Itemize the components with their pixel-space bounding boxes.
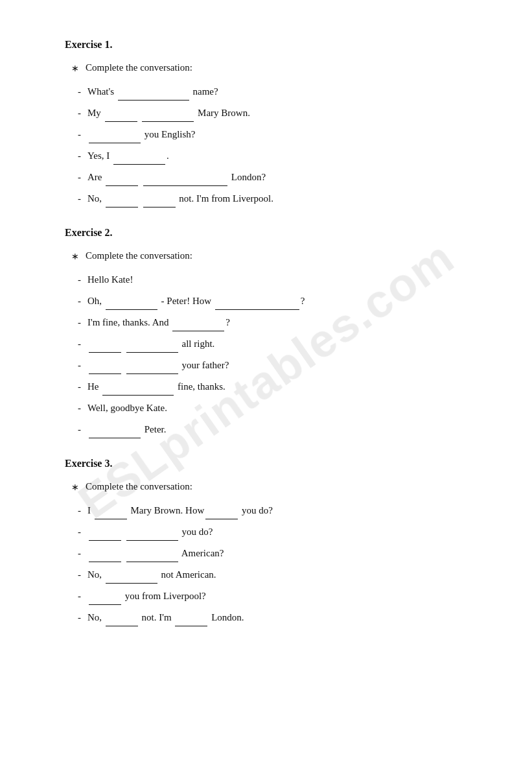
table-row: - I'm fine, thanks. And ? (78, 314, 480, 331)
instruction-text-3: Complete the conversation: (86, 481, 192, 492)
table-row: - I Mary Brown. How you do? (78, 502, 480, 519)
blank (126, 364, 178, 374)
exercise-3-conversation: - I Mary Brown. How you do? - you do? - … (78, 502, 480, 626)
dash: - (78, 545, 81, 562)
table-row: - American? (78, 545, 480, 562)
table-row: - My Mary Brown. (78, 104, 480, 122)
blank (215, 300, 299, 310)
dash: - (78, 567, 81, 584)
exercise-1-instruction: ∗ Complete the conversation: (71, 62, 480, 74)
table-row: - all right. (78, 335, 480, 353)
table-row: - you do? (78, 523, 480, 541)
exercise-1: Exercise 1. ∗ Complete the conversation:… (65, 39, 480, 207)
blank (172, 322, 224, 331)
line-content: Oh, - Peter! How ? (87, 292, 305, 310)
line-content: No, not. I'm from Liverpool. (87, 190, 273, 207)
line-content: Peter. (87, 421, 167, 438)
dash: - (78, 400, 81, 417)
blank (102, 386, 174, 396)
blank (205, 510, 238, 519)
dash: - (78, 314, 81, 331)
dash: - (78, 272, 81, 289)
dash: - (78, 503, 81, 519)
dash: - (78, 169, 81, 186)
table-row: - Peter. (78, 421, 480, 438)
blank (105, 112, 137, 122)
line-content: all right. (87, 335, 214, 353)
blank (106, 198, 138, 207)
blank (106, 176, 138, 186)
line-content: you English? (87, 126, 196, 143)
page-content: Exercise 1. ∗ Complete the conversation:… (65, 39, 480, 626)
dash: - (78, 357, 81, 374)
blank (106, 300, 157, 310)
instruction-star-3: ∗ (71, 482, 79, 493)
blank (89, 552, 121, 562)
line-content: No, not. I'm London. (87, 609, 244, 626)
line-content: Well, goodbye Kate. (87, 399, 167, 417)
blank (113, 155, 165, 165)
blank (126, 552, 178, 562)
blank (89, 134, 141, 143)
exercise-2-conversation: - Hello Kate! - Oh, - Peter! How ? - I'm… (78, 271, 480, 438)
dash: - (78, 126, 81, 143)
instruction-star-2: ∗ (71, 251, 79, 262)
instruction-text-2: Complete the conversation: (86, 250, 192, 261)
blank (89, 343, 121, 353)
table-row: - Well, goodbye Kate. (78, 399, 480, 417)
line-content: My Mary Brown. (87, 104, 250, 122)
dash: - (78, 293, 81, 310)
exercise-1-title: Exercise 1. (65, 39, 480, 51)
blank (143, 198, 176, 207)
blank (126, 531, 178, 541)
table-row: - What's name? (78, 83, 480, 101)
instruction-text-1: Complete the conversation: (86, 62, 192, 73)
table-row: - No, not. I'm London. (78, 609, 480, 626)
exercise-2-instruction: ∗ Complete the conversation: (71, 250, 480, 262)
dash: - (78, 421, 81, 438)
exercise-2-title: Exercise 2. (65, 227, 480, 239)
blank (106, 574, 157, 584)
exercise-3-instruction: ∗ Complete the conversation: (71, 481, 480, 493)
blank (89, 531, 121, 541)
line-content: He fine, thanks. (87, 378, 226, 396)
table-row: - you English? (78, 126, 480, 143)
table-row: - He fine, thanks. (78, 378, 480, 396)
exercise-1-conversation: - What's name? - My Mary Brown. - you En… (78, 83, 480, 207)
line-content: Yes, I . (87, 147, 169, 165)
line-content: you do? (87, 523, 213, 541)
table-row: - Yes, I . (78, 147, 480, 165)
instruction-star-1: ∗ (71, 63, 79, 74)
line-content: I Mary Brown. How you do? (87, 502, 273, 519)
table-row: - you from Liverpool? (78, 587, 480, 605)
line-content: What's name? (87, 83, 218, 101)
line-content: American? (87, 545, 224, 562)
dash: - (78, 610, 81, 626)
dash: - (78, 105, 81, 122)
table-row: - No, not American. (78, 566, 480, 584)
exercise-2: Exercise 2. ∗ Complete the conversation:… (65, 227, 480, 438)
dash: - (78, 84, 81, 101)
blank (143, 176, 227, 186)
table-row: - No, not. I'm from Liverpool. (78, 190, 480, 207)
table-row: - Are London? (78, 169, 480, 186)
blank (89, 364, 121, 374)
blank (106, 617, 138, 626)
table-row: - Hello Kate! (78, 271, 480, 289)
dash: - (78, 379, 81, 396)
table-row: - Oh, - Peter! How ? (78, 292, 480, 310)
blank (142, 112, 194, 122)
dash: - (78, 524, 81, 541)
blank (95, 510, 127, 519)
blank (89, 595, 121, 605)
exercise-3: Exercise 3. ∗ Complete the conversation:… (65, 458, 480, 626)
line-content: your father? (87, 357, 229, 374)
line-content: Hello Kate! (87, 271, 133, 289)
blank (118, 91, 189, 101)
table-row: - your father? (78, 357, 480, 374)
exercise-3-title: Exercise 3. (65, 458, 480, 469)
line-content: No, not American. (87, 566, 216, 584)
line-content: you from Liverpool? (87, 587, 206, 605)
dash: - (78, 588, 81, 605)
blank (89, 429, 141, 438)
